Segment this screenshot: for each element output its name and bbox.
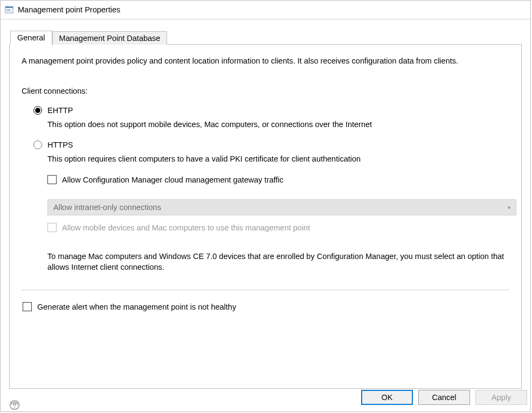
help-icon[interactable] [9,400,20,410]
divider [22,290,509,290]
check-row-allow-cmg[interactable]: Allow Configuration Manager cloud manage… [47,175,509,184]
radio-row-https[interactable]: HTTPS [33,141,509,149]
help-area [9,400,20,410]
tab-management-point-database[interactable]: Management Point Database [52,31,168,45]
note-text: To manage Mac computers and Windows CE 7… [47,251,516,272]
client-area: General Management Point Database A mana… [1,19,530,411]
radio-ehttp[interactable] [33,106,42,115]
tabpage-general: A management point provides policy and c… [9,44,522,389]
ehttp-subtext: This option does not support mobile devi… [47,120,509,129]
description-text: A management point provides policy and c… [22,57,509,65]
radio-ehttp-label: EHTTP [47,106,73,115]
svg-rect-1 [5,6,13,8]
checkbox-allow-cmg-label: Allow Configuration Manager cloud manage… [62,176,284,184]
cancel-button[interactable]: Cancel [418,390,470,405]
radio-https-label: HTTPS [47,141,73,149]
dialog-button-row: OK Cancel Apply [361,390,530,411]
https-subtext: This option requires client computers to… [47,155,509,163]
chevron-down-icon: ▾ [508,205,510,211]
client-connections-label: Client connections: [22,87,509,95]
radio-row-ehttp[interactable]: EHTTP [33,106,509,115]
window-icon [5,5,13,14]
ok-button[interactable]: OK [361,390,413,405]
window-title: Management point Properties [18,5,120,14]
tabstrip: General Management Point Database [10,29,522,44]
tab-general[interactable]: General [10,31,52,45]
checkbox-generate-alert[interactable] [23,302,32,311]
combo-intranet-connections[interactable]: Allow intranet-only connections ▾ [47,199,516,215]
checkbox-allow-cmg[interactable] [47,175,57,184]
radio-https[interactable] [33,141,42,149]
combo-intranet-value: Allow intranet-only connections [53,203,161,212]
apply-button: Apply [475,390,527,405]
checkbox-allow-mobile-label: Allow mobile devices and Mac computers t… [62,223,310,232]
checkbox-generate-alert-label: Generate alert when the management point… [37,303,236,311]
checkbox-allow-mobile [47,223,57,232]
properties-window: Management point Properties General Mana… [0,0,531,412]
check-row-allow-mobile: Allow mobile devices and Mac computers t… [47,223,509,232]
check-row-generate-alert[interactable]: Generate alert when the management point… [23,302,509,311]
titlebar: Management point Properties [1,1,530,19]
